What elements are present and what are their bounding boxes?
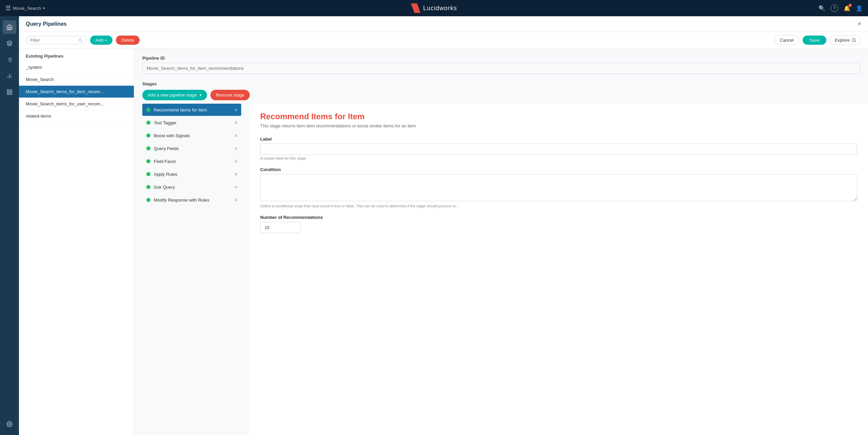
save-button[interactable]: Save — [803, 36, 826, 45]
stage-dot-field-facet — [146, 159, 150, 163]
stages-header: Stages Add a new pipeline stage ▾ Remove… — [134, 77, 868, 104]
close-button[interactable]: × — [857, 20, 861, 27]
stage-item-solr-query[interactable]: Solr Query ≡ — [142, 181, 241, 193]
content-area: Existing Pipelines _system Movie_Search … — [19, 49, 868, 435]
stage-item-modify-response[interactable]: Modify Response with Rules ≡ — [142, 194, 241, 206]
stage-dot-apply-rules — [146, 172, 150, 176]
sidebar-item-grid[interactable] — [3, 85, 16, 99]
svg-point-15 — [9, 423, 11, 425]
pipeline-item-system[interactable]: _system — [19, 61, 134, 74]
app-selector[interactable]: ☰ Movie_Search ▾ — [5, 4, 45, 12]
stage-list: Recommend Items for Item ≡ Text Tagger ≡… — [134, 104, 249, 435]
grid-icon — [6, 89, 13, 95]
settings-icon — [6, 421, 13, 427]
stage-dot-solr-query — [146, 185, 150, 189]
stage-item-field-facet[interactable]: Field Facet ≡ — [142, 155, 241, 167]
stage-item-query-fields[interactable]: Query Fields ≡ — [142, 142, 241, 154]
condition-field-label: Condition — [260, 167, 857, 172]
editor-area: Recommend Items for Item ≡ Text Tagger ≡… — [134, 104, 868, 435]
delete-button[interactable]: Delete — [116, 36, 140, 45]
stage-detail-title: Recommend Items for Item — [260, 112, 857, 121]
svg-marker-1 — [7, 41, 12, 44]
app-name: Movie_Search — [13, 6, 41, 11]
stages-label: Stages — [142, 81, 860, 86]
lucidworks-logo: Lucidworks — [411, 3, 457, 13]
brand-name: Lucidworks — [423, 5, 457, 12]
stage-label-solr-query: Solr Query — [154, 185, 175, 190]
app-layout: Query Pipelines × Add + Delete Cancel Sa… — [0, 16, 868, 435]
list-icon — [6, 57, 13, 63]
layers-icon — [6, 40, 13, 46]
notification-badge: 1 — [848, 4, 852, 7]
notification-icon[interactable]: 🔔 1 — [844, 5, 850, 12]
condition-hint: Define a conditional script that must re… — [260, 204, 857, 208]
stage-drag-text-tagger: ≡ — [234, 120, 237, 125]
stage-dot-recommend — [146, 108, 150, 112]
stage-label-apply-rules: Apply Rules — [154, 172, 177, 177]
explore-button[interactable]: Explore — [830, 35, 861, 45]
svg-line-19 — [855, 41, 855, 42]
pipeline-editor-area: Pipeline ID Stages Add a new pipeline st… — [134, 49, 868, 435]
home-icon — [6, 24, 13, 30]
stage-item-apply-rules[interactable]: Apply Rules ≡ — [142, 168, 241, 180]
panel-header: Query Pipelines × — [19, 16, 868, 32]
stage-dot-text-tagger — [146, 121, 150, 125]
stage-drag-apply-rules: ≡ — [234, 171, 237, 177]
svg-rect-14 — [7, 93, 9, 95]
user-icon[interactable]: 👤 — [856, 5, 863, 12]
label-field-label: Label — [260, 137, 857, 142]
explore-label: Explore — [835, 38, 850, 43]
lw-logo-icon — [411, 3, 420, 13]
svg-rect-13 — [10, 93, 12, 95]
filter-input-wrapper[interactable] — [26, 36, 87, 44]
stage-item-text-tagger[interactable]: Text Tagger ≡ — [142, 117, 241, 129]
top-navigation: ☰ Movie_Search ▾ Lucidworks 🔍 ? 🔔 1 👤 — [0, 0, 868, 16]
svg-rect-11 — [7, 90, 9, 91]
svg-marker-0 — [411, 3, 420, 13]
num-recs-form-group: Number of Recommendations — [260, 215, 857, 233]
stage-item-recommend[interactable]: Recommend Items for Item ≡ — [142, 104, 241, 116]
stage-drag-query-fields: ≡ — [234, 146, 237, 151]
svg-point-18 — [852, 39, 855, 42]
stage-label-modify-response: Modify Response with Rules — [154, 198, 209, 203]
add-stage-label: Add a new pipeline stage — [148, 92, 197, 98]
stage-item-boost-signals[interactable]: Boost with Signals ≡ — [142, 129, 241, 142]
condition-textarea[interactable] — [260, 174, 857, 201]
sidebar-item-home[interactable] — [3, 20, 16, 34]
pipeline-item-related-items[interactable]: related-items — [19, 110, 134, 122]
stage-detail-subtitle: This stage returns item-item recommendat… — [260, 123, 857, 128]
pipelines-list: Existing Pipelines _system Movie_Search … — [19, 49, 134, 435]
stage-label-text-tagger: Text Tagger — [154, 120, 177, 125]
brand-center: Lucidworks — [411, 3, 457, 13]
pipeline-id-input[interactable] — [142, 63, 860, 74]
add-button[interactable]: Add + — [90, 36, 112, 45]
sidebar-item-settings[interactable] — [3, 417, 16, 431]
search-icon[interactable]: 🔍 — [819, 5, 825, 12]
filter-search-icon — [78, 38, 82, 43]
stage-drag-recommend: ≡ — [234, 107, 237, 112]
add-stage-button[interactable]: Add a new pipeline stage ▾ — [142, 90, 207, 100]
remove-stage-button[interactable]: Remove stage — [210, 90, 250, 100]
sidebar-item-chart[interactable] — [3, 69, 16, 83]
icon-sidebar — [0, 16, 19, 435]
pipeline-item-items-for-user[interactable]: Movie_Search_items_for_user_recom... — [19, 98, 134, 110]
toolbar: Add + Delete Cancel Save Explore — [19, 32, 868, 49]
pipeline-item-movie-search[interactable]: Movie_Search — [19, 74, 134, 86]
help-icon[interactable]: ? — [831, 4, 838, 12]
sidebar-item-list[interactable] — [3, 53, 16, 66]
sidebar-item-layers[interactable] — [3, 37, 16, 50]
add-stage-chevron: ▾ — [200, 93, 202, 97]
svg-point-16 — [79, 39, 81, 41]
label-input[interactable] — [260, 144, 857, 155]
stage-label-field-facet: Field Facet — [154, 159, 175, 164]
stage-drag-field-facet: ≡ — [234, 159, 237, 164]
filter-input[interactable] — [30, 38, 76, 43]
panel-title: Query Pipelines — [26, 21, 67, 27]
dropdown-arrow: ▾ — [43, 6, 45, 11]
pipeline-id-section: Pipeline ID — [134, 49, 868, 77]
cancel-button[interactable]: Cancel — [774, 35, 799, 45]
svg-rect-12 — [10, 90, 12, 91]
condition-form-group: Condition Define a conditional script th… — [260, 167, 857, 208]
num-recs-input[interactable] — [260, 222, 301, 233]
pipeline-item-items-for-item[interactable]: Movie_Search_items_for_item_recom... — [19, 86, 134, 98]
